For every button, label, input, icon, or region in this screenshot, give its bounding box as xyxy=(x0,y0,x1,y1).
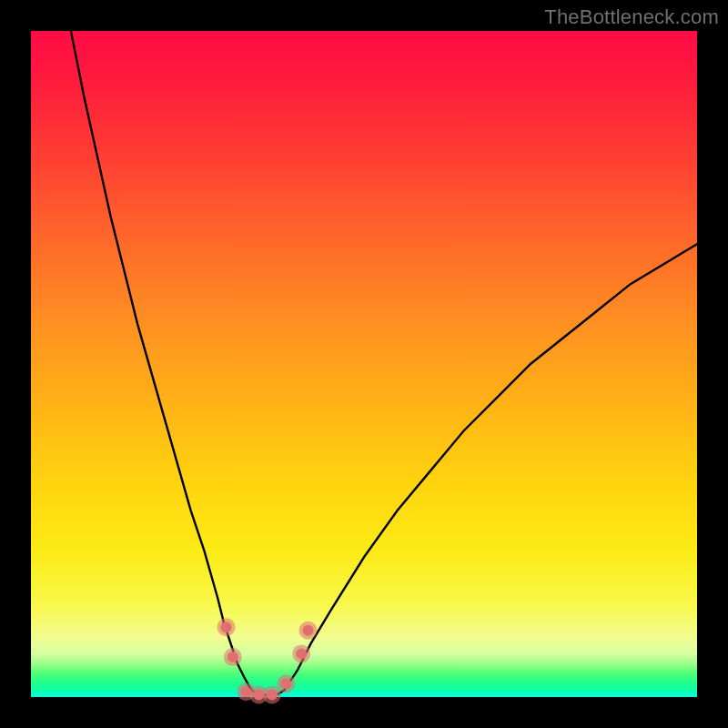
marker-inner xyxy=(253,689,264,700)
bottleneck-curve xyxy=(71,31,697,695)
marker-group xyxy=(217,618,317,703)
chart-frame: TheBottleneck.com xyxy=(0,0,728,728)
chart-svg xyxy=(31,31,697,697)
marker-inner xyxy=(220,622,231,632)
marker-inner xyxy=(267,689,278,700)
marker-inner xyxy=(296,648,307,659)
plot-area xyxy=(31,31,697,697)
watermark-text: TheBottleneck.com xyxy=(544,5,719,29)
marker-inner xyxy=(228,652,238,662)
marker-inner xyxy=(280,678,291,689)
marker-inner xyxy=(303,625,314,636)
